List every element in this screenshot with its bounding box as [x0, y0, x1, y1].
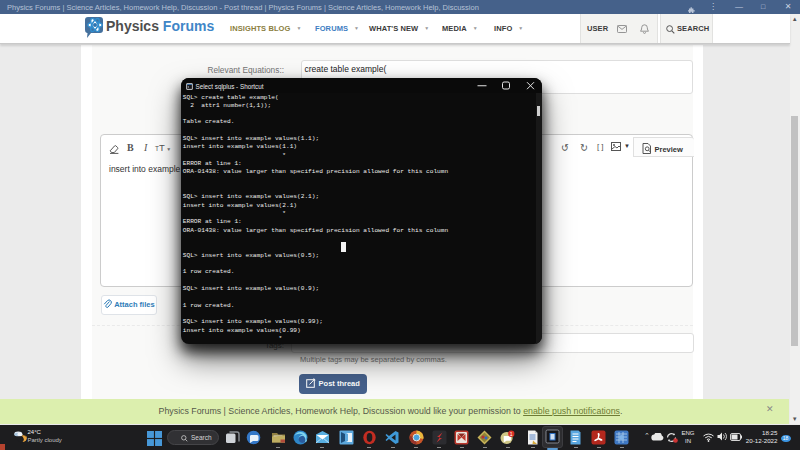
- svg-text:1: 1: [510, 430, 513, 436]
